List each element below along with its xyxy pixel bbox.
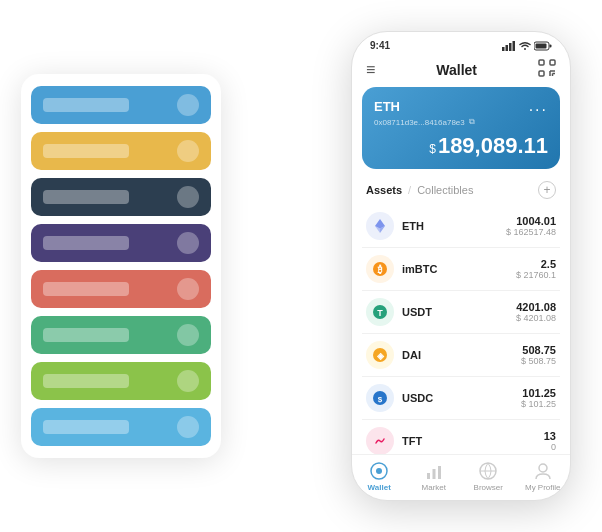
usdc-token-values: 101.25 $ 101.25 bbox=[521, 387, 556, 409]
card-bar-red bbox=[43, 282, 129, 296]
assets-tabs: Assets / Collectibles bbox=[366, 184, 473, 196]
imbtc-token-amount: 2.5 bbox=[516, 258, 556, 270]
token-item-dai[interactable]: ◈ DAI 508.75 $ 508.75 bbox=[362, 334, 560, 377]
tft-token-values: 13 0 bbox=[544, 430, 556, 452]
eth-card-header: ETH ... bbox=[374, 97, 548, 115]
phone: 9:41 bbox=[351, 31, 571, 501]
card-bar-green bbox=[43, 328, 129, 342]
card-circle-purple bbox=[177, 232, 199, 254]
svg-rect-6 bbox=[550, 44, 552, 47]
dai-icon-svg: ◈ bbox=[372, 347, 388, 363]
assets-tab-inactive[interactable]: Collectibles bbox=[417, 184, 473, 196]
nav-market[interactable]: Market bbox=[407, 461, 462, 492]
tft-token-name: TFT bbox=[402, 435, 544, 447]
eth-token-usd: $ 162517.48 bbox=[506, 227, 556, 237]
card-item-blue[interactable] bbox=[31, 86, 211, 124]
signal-icon bbox=[502, 41, 516, 51]
usdt-token-usd: $ 4201.08 bbox=[516, 313, 556, 323]
profile-nav-icon bbox=[533, 461, 553, 481]
usdc-token-name: USDC bbox=[402, 392, 521, 404]
token-item-usdt[interactable]: T USDT 4201.08 $ 4201.08 bbox=[362, 291, 560, 334]
eth-token-name: ETH bbox=[402, 220, 506, 232]
usdt-token-amount: 4201.08 bbox=[516, 301, 556, 313]
eth-token-amount: 1004.01 bbox=[506, 215, 556, 227]
token-list: ETH 1004.01 $ 162517.48 ₿ imBTC 2.5 $ 21… bbox=[352, 205, 570, 454]
usdc-token-usd: $ 101.25 bbox=[521, 399, 556, 409]
svg-rect-0 bbox=[502, 47, 505, 51]
wallet-nav-icon bbox=[369, 461, 389, 481]
market-nav-label: Market bbox=[422, 483, 446, 492]
dai-token-name: DAI bbox=[402, 349, 521, 361]
token-item-eth[interactable]: ETH 1004.01 $ 162517.48 bbox=[362, 205, 560, 248]
svg-text:◈: ◈ bbox=[376, 351, 385, 361]
battery-icon bbox=[534, 41, 552, 51]
token-item-tft[interactable]: TFT 13 0 bbox=[362, 420, 560, 454]
dai-token-values: 508.75 $ 508.75 bbox=[521, 344, 556, 366]
usdc-token-amount: 101.25 bbox=[521, 387, 556, 399]
assets-header: Assets / Collectibles + bbox=[352, 177, 570, 205]
eth-card-dots[interactable]: ... bbox=[529, 97, 548, 115]
eth-card-label: ETH bbox=[374, 99, 400, 114]
eth-icon-svg bbox=[372, 218, 388, 234]
imbtc-token-usd: $ 21760.1 bbox=[516, 270, 556, 280]
card-circle-sky bbox=[177, 416, 199, 438]
nav-browser[interactable]: Browser bbox=[461, 461, 516, 492]
eth-address-text: 0x08711d3e...8416a78e3 bbox=[374, 118, 465, 127]
svg-text:$: $ bbox=[378, 395, 383, 404]
add-asset-button[interactable]: + bbox=[538, 181, 556, 199]
card-item-red[interactable] bbox=[31, 270, 211, 308]
scan-svg bbox=[538, 59, 556, 77]
usdt-token-values: 4201.08 $ 4201.08 bbox=[516, 301, 556, 323]
usdt-token-icon: T bbox=[366, 298, 394, 326]
eth-card[interactable]: ETH ... 0x08711d3e...8416a78e3 ⧉ $189,08… bbox=[362, 87, 560, 169]
copy-icon[interactable]: ⧉ bbox=[469, 117, 475, 127]
usdt-icon-svg: T bbox=[372, 304, 388, 320]
token-item-usdc[interactable]: $ USDC 101.25 $ 101.25 bbox=[362, 377, 560, 420]
card-item-yellow[interactable] bbox=[31, 132, 211, 170]
svg-rect-8 bbox=[550, 60, 555, 65]
svg-text:T: T bbox=[377, 308, 383, 318]
eth-currency-symbol: $ bbox=[429, 142, 436, 156]
dai-token-amount: 508.75 bbox=[521, 344, 556, 356]
eth-token-icon bbox=[366, 212, 394, 240]
card-bar-dark bbox=[43, 190, 129, 204]
svg-rect-2 bbox=[509, 43, 512, 51]
svg-rect-5 bbox=[536, 43, 547, 48]
card-item-dark[interactable] bbox=[31, 178, 211, 216]
browser-nav-label: Browser bbox=[474, 483, 503, 492]
card-circle-light-green bbox=[177, 370, 199, 392]
svg-rect-30 bbox=[438, 466, 441, 479]
dai-token-usd: $ 508.75 bbox=[521, 356, 556, 366]
card-bar-purple bbox=[43, 236, 129, 250]
menu-icon[interactable]: ≡ bbox=[366, 61, 375, 79]
svg-rect-28 bbox=[427, 473, 430, 479]
nav-wallet[interactable]: Wallet bbox=[352, 461, 407, 492]
token-item-imbtc[interactable]: ₿ imBTC 2.5 $ 21760.1 bbox=[362, 248, 560, 291]
nav-profile[interactable]: My Profile bbox=[516, 461, 571, 492]
card-item-light-green[interactable] bbox=[31, 362, 211, 400]
scene: 9:41 bbox=[21, 16, 581, 516]
svg-rect-9 bbox=[539, 71, 544, 76]
market-nav-icon bbox=[424, 461, 444, 481]
imbtc-token-name: imBTC bbox=[402, 263, 516, 275]
imbtc-icon-svg: ₿ bbox=[372, 261, 388, 277]
phone-header: ≡ Wallet bbox=[352, 55, 570, 87]
card-bar-sky bbox=[43, 420, 129, 434]
card-item-green[interactable] bbox=[31, 316, 211, 354]
tft-token-amount: 13 bbox=[544, 430, 556, 442]
svg-rect-7 bbox=[539, 60, 544, 65]
card-stack bbox=[21, 74, 221, 458]
eth-amount-value: 189,089.11 bbox=[438, 133, 548, 158]
imbtc-token-icon: ₿ bbox=[366, 255, 394, 283]
status-bar: 9:41 bbox=[352, 32, 570, 55]
card-item-purple[interactable] bbox=[31, 224, 211, 262]
add-icon: + bbox=[543, 183, 550, 197]
eth-token-values: 1004.01 $ 162517.48 bbox=[506, 215, 556, 237]
assets-tab-divider: / bbox=[408, 184, 411, 196]
scan-icon[interactable] bbox=[538, 59, 556, 81]
card-item-sky[interactable] bbox=[31, 408, 211, 446]
eth-address: 0x08711d3e...8416a78e3 ⧉ bbox=[374, 117, 548, 127]
tft-token-usd: 0 bbox=[544, 442, 556, 452]
card-bar-light-green bbox=[43, 374, 129, 388]
assets-tab-active[interactable]: Assets bbox=[366, 184, 402, 196]
